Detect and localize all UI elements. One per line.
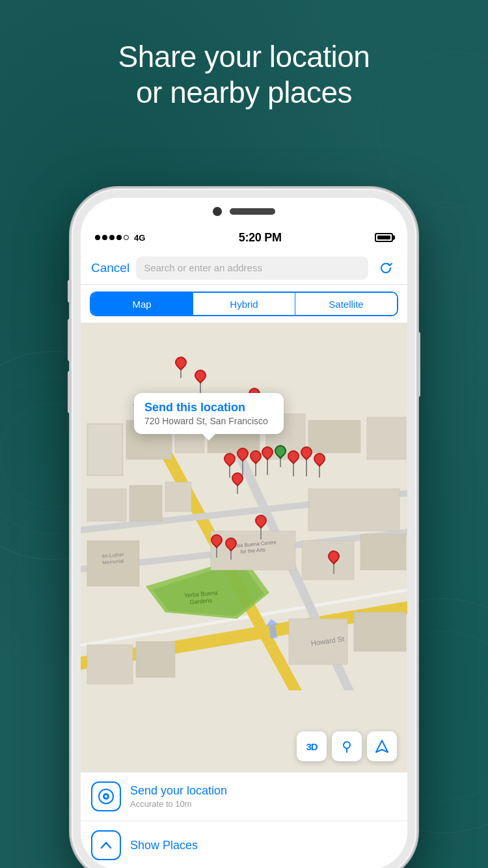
svg-rect-40 <box>354 612 406 651</box>
svg-point-45 <box>344 742 350 748</box>
map-pin-6 <box>250 450 262 476</box>
map-pin-2 <box>195 370 206 393</box>
pin-head-7 <box>259 444 275 460</box>
navigate-icon <box>375 739 389 753</box>
front-camera <box>213 207 222 216</box>
tab-map[interactable]: Map <box>91 293 193 315</box>
search-box[interactable]: Search or enter an address <box>136 256 368 280</box>
map-pin-13 <box>211 534 223 558</box>
map-pin-green <box>275 445 286 467</box>
tab-hybrid[interactable]: Hybrid <box>193 293 295 315</box>
show-places-text: Show Places <box>130 839 397 852</box>
svg-rect-22 <box>367 417 406 459</box>
map-pin-14 <box>225 537 237 560</box>
status-right <box>375 233 393 242</box>
pin-head-5 <box>234 445 251 461</box>
status-time: 5:20 PM <box>239 231 282 245</box>
map-pin-12 <box>255 515 267 539</box>
refresh-icon <box>379 261 393 275</box>
pin-head-15 <box>325 548 342 564</box>
svg-point-50 <box>105 795 107 798</box>
svg-rect-25 <box>165 482 191 511</box>
power-button <box>416 332 420 397</box>
header-title: Share your location or nearby places <box>0 39 488 111</box>
pin-head-2 <box>192 367 208 383</box>
show-places-title: Show Places <box>130 839 397 852</box>
screen-content: 4G 5:20 PM Cancel Search or enter an add… <box>81 198 407 868</box>
popup-title: Send this location <box>144 401 273 414</box>
signal-dot-1 <box>95 235 100 240</box>
signal-dots <box>95 235 129 240</box>
map-view-segmented-control: Map Hybrid Satellite <box>90 292 398 316</box>
signal-dot-4 <box>116 235 122 240</box>
send-location-subtitle: Accurate to 10m <box>130 799 397 809</box>
show-places-icon-container <box>91 830 121 860</box>
3d-button[interactable]: 3D <box>297 731 327 761</box>
map-pin-8 <box>288 450 299 476</box>
signal-dot-2 <box>102 235 107 240</box>
chevron-up-icon <box>97 836 115 854</box>
pin-head-13 <box>208 532 224 548</box>
pin-head-11 <box>229 470 245 486</box>
pin-head-8 <box>285 448 301 464</box>
refresh-button[interactable] <box>375 257 397 279</box>
pin-head-10 <box>311 450 327 467</box>
pin-head-14 <box>223 535 239 551</box>
mute-button <box>68 280 72 303</box>
pin-center-button[interactable] <box>332 731 362 761</box>
pin-head-green <box>272 442 288 459</box>
screen-bezel: 4G 5:20 PM Cancel Search or enter an add… <box>81 198 407 868</box>
map-controls: 3D <box>297 731 397 761</box>
speaker-grille <box>230 208 275 215</box>
map-pin-11 <box>232 472 243 494</box>
send-location-text: Send your location Accurate to 10m <box>130 784 397 809</box>
signal-dot-5 <box>124 235 129 240</box>
svg-rect-24 <box>129 485 162 521</box>
volume-down-button <box>68 371 72 413</box>
top-hardware-bar <box>213 207 275 216</box>
map-pin-15 <box>328 550 340 574</box>
map-pin-5 <box>237 448 249 475</box>
current-location-icon-container <box>91 781 121 811</box>
pin-head-1 <box>172 354 189 370</box>
location-popup[interactable]: Send this location 720 Howard St, San Fr… <box>134 393 284 434</box>
map-illustration: tin-Luther Memorial Yerba Buena Gardens … <box>81 323 407 772</box>
svg-rect-41 <box>87 645 133 684</box>
svg-rect-16 <box>88 425 122 474</box>
svg-rect-21 <box>308 420 360 453</box>
show-places-item[interactable]: Show Places <box>81 821 407 868</box>
network-type: 4G <box>134 233 145 243</box>
svg-rect-23 <box>87 489 126 521</box>
signal-dot-3 <box>109 235 115 240</box>
svg-rect-38 <box>308 489 400 531</box>
search-placeholder: Search or enter an address <box>144 262 262 273</box>
volume-up-button <box>68 319 72 361</box>
svg-marker-47 <box>376 740 388 752</box>
map-pin-1 <box>175 357 187 378</box>
popup-arrow <box>202 434 215 441</box>
pin-head-9 <box>298 444 314 460</box>
svg-rect-37 <box>360 534 406 570</box>
bottom-list: Send your location Accurate to 10m Show … <box>81 772 407 868</box>
send-location-item[interactable]: Send your location Accurate to 10m <box>81 772 407 821</box>
navigate-button[interactable] <box>367 731 397 761</box>
battery-icon <box>375 233 393 242</box>
send-location-title: Send your location <box>130 784 397 798</box>
popup-address: 720 Howard St, San Francisco <box>144 416 273 426</box>
pin-head-4 <box>221 450 237 467</box>
current-location-icon <box>97 787 115 806</box>
battery-fill <box>377 236 390 239</box>
map-pin-7 <box>262 446 273 475</box>
cancel-button[interactable]: Cancel <box>91 261 129 275</box>
signal-indicator: 4G <box>95 233 145 243</box>
map-pin-10 <box>314 453 325 478</box>
svg-rect-42 <box>136 642 175 677</box>
map-view[interactable]: tin-Luther Memorial Yerba Buena Gardens … <box>81 323 407 772</box>
status-bar: 4G 5:20 PM <box>81 224 407 251</box>
pin-stem-9 <box>306 458 307 476</box>
pin-head-12 <box>252 512 269 528</box>
iphone-frame: 4G 5:20 PM Cancel Search or enter an add… <box>72 189 416 868</box>
pin-icon <box>340 739 354 753</box>
tab-satellite[interactable]: Satellite <box>295 293 397 315</box>
map-pin-9 <box>301 446 312 476</box>
